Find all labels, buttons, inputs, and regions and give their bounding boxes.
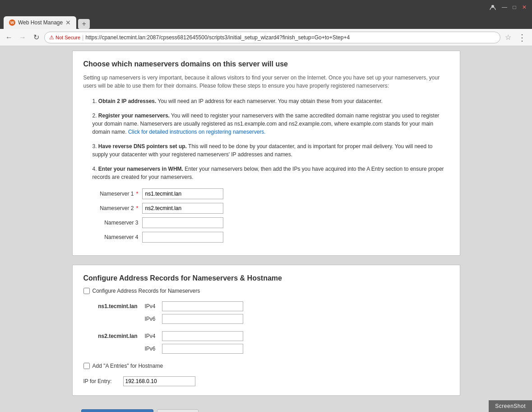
step-4-bold: Enter your nameservers in WHM.	[98, 166, 183, 172]
step-1-text: You will need an IP address for each nam…	[157, 98, 382, 104]
step-1: 1. Obtain 2 IP addresses. You will need …	[93, 97, 449, 105]
forward-button[interactable]: →	[17, 32, 28, 43]
ip-entry-input[interactable]	[123, 376, 195, 386]
nameserver-form: Nameserver 1 * Nameserver 2 * Nameserver…	[83, 188, 449, 243]
step-3: 3. Have reverse DNS pointers set up. Thi…	[93, 142, 449, 159]
watermark-text: ScreenShot	[495, 403, 526, 409]
ns3-label-text: Nameserver 3	[104, 220, 138, 226]
ns1-ipv6-input[interactable]	[162, 314, 243, 324]
ns1-input[interactable]	[142, 188, 223, 199]
reload-button[interactable]: ↻	[31, 32, 42, 43]
hostname-checkbox-label: Add "A Entries" for Hostname	[93, 363, 163, 369]
ns2-label: Nameserver 2 *	[83, 205, 142, 211]
configure-panel: Configure Address Records for Nameserver…	[72, 265, 460, 396]
active-tab[interactable]: W Web Host Manage ✕	[4, 16, 76, 29]
ns4-row: Nameserver 4	[83, 232, 449, 243]
ns1-ipv4-input[interactable]	[162, 301, 243, 311]
configure-ns-checkbox-row: Configure Address Records for Nameserver…	[83, 288, 449, 294]
security-label: Not Secure	[56, 35, 80, 40]
go-back-button[interactable]: Go Back	[157, 409, 199, 412]
step-3-number: 3.	[93, 143, 98, 150]
title-bar: — □ ✕	[0, 0, 532, 14]
restore-button[interactable]: □	[510, 3, 518, 11]
new-tab-button[interactable]: +	[78, 19, 90, 29]
tab-favicon: W	[9, 19, 15, 26]
tab-bar: W Web Host Manage ✕ +	[0, 14, 532, 29]
ns1-ipv4-row: IPv4	[145, 301, 243, 311]
step-3-bold: Have reverse DNS pointers set up.	[98, 143, 187, 150]
ns2-ipv6-input[interactable]	[162, 344, 243, 354]
ns1-required-star: *	[136, 191, 139, 197]
ns1-label-text: Nameserver 1	[100, 191, 134, 197]
main-container: Choose which nameservers domains on this…	[63, 51, 469, 412]
ns1-row: Nameserver 1 *	[83, 188, 449, 199]
ns2-ipv4-row: IPv4	[145, 331, 243, 341]
ns4-label: Nameserver 4	[83, 234, 142, 240]
step-2: 2. Register your nameservers. You will n…	[93, 112, 449, 136]
step-1-bold: Obtain 2 IP addresses.	[98, 98, 157, 104]
ns4-label-text: Nameserver 4	[104, 234, 138, 240]
url-full: https://cpanel.tecmint.lan:2087/cpsess68…	[85, 34, 350, 41]
profile-icon[interactable]	[489, 3, 497, 11]
ns2-label-text: Nameserver 2	[100, 205, 134, 211]
step-4-number: 4.	[93, 166, 98, 172]
ns2-required-star: *	[136, 205, 139, 211]
ip-entry-label: IP for Entry:	[83, 378, 120, 384]
ns2-ipv4-label: IPv4	[145, 333, 158, 339]
ns3-label: Nameserver 3	[83, 220, 142, 226]
step-4: 4. Enter your nameservers in WHM. Enter …	[93, 165, 449, 181]
ns1-ipv4-label: IPv4	[145, 303, 158, 309]
address-bar: ← → ↻ ⚠ Not Secure | https://cpanel.tecm…	[0, 29, 532, 46]
ns1-ip-fields: IPv4 IPv6	[145, 301, 243, 324]
url-text: https://cpanel.tecmint.lan:2087/cpsess68…	[85, 34, 350, 41]
ns2-row: Nameserver 2 *	[83, 203, 449, 214]
step-2-link[interactable]: Click for detailed instructions on regis…	[128, 129, 266, 135]
steps-list: 1. Obtain 2 IP addresses. You will need …	[83, 97, 449, 181]
minimize-button[interactable]: —	[500, 3, 509, 11]
hostname-section: Add "A Entries" for Hostname IP for Entr…	[83, 363, 449, 386]
hostname-checkbox[interactable]	[83, 363, 90, 369]
page-content: Choose which nameservers domains on this…	[0, 46, 532, 412]
tab-close-button[interactable]: ✕	[65, 19, 71, 26]
close-button[interactable]: ✕	[520, 3, 528, 11]
ns1-label: Nameserver 1 *	[83, 191, 142, 197]
ns1-ipv6-label: IPv6	[145, 316, 158, 322]
ns2-ipv6-row: IPv6	[145, 344, 243, 354]
browser-chrome: — □ ✕ W Web Host Manage ✕ +	[0, 0, 532, 29]
ns3-row: Nameserver 3	[83, 217, 449, 228]
window-controls: — □ ✕	[489, 3, 528, 11]
configure-ns-checkbox[interactable]	[83, 288, 90, 294]
step-1-number: 1.	[93, 98, 98, 104]
step-2-bold: Register your nameservers.	[98, 112, 170, 119]
ns2-input[interactable]	[142, 203, 223, 214]
warning-icon: ⚠	[49, 34, 54, 41]
ns2-address-name: ns2.tecmint.lan	[83, 331, 138, 339]
screenshot-watermark: ScreenShot	[489, 400, 532, 412]
configure-ns-checkbox-label: Configure Address Records for Nameserver…	[93, 288, 200, 294]
hostname-checkbox-row: Add "A Entries" for Hostname	[83, 363, 449, 369]
ns1-address-name: ns1.tecmint.lan	[83, 301, 138, 309]
ns2-ipv4-input[interactable]	[162, 331, 243, 341]
ns1-ipv6-row: IPv6	[145, 314, 243, 324]
bottom-buttons: Save & Go to Step 5 Go Back	[72, 405, 460, 412]
url-separator: |	[82, 34, 83, 41]
ns1-address-section: ns1.tecmint.lan IPv4 IPv6 ns2.	[83, 301, 449, 354]
nameservers-panel: Choose which nameservers domains on this…	[72, 51, 460, 256]
menu-button[interactable]: ⋮	[516, 32, 528, 43]
ip-entry-row: IP for Entry:	[83, 376, 449, 386]
ns4-input[interactable]	[142, 232, 223, 243]
back-button[interactable]: ←	[4, 32, 14, 43]
configure-panel-title: Configure Address Records for Nameserver…	[83, 274, 449, 282]
save-button[interactable]: Save & Go to Step 5	[81, 409, 154, 412]
ns1-address-row: ns1.tecmint.lan IPv4 IPv6	[83, 301, 449, 324]
ns2-ipv6-label: IPv6	[145, 346, 158, 352]
step-2-number: 2.	[93, 112, 98, 119]
ns3-input[interactable]	[142, 217, 223, 228]
tab-title-text: Web Host Manage	[18, 19, 63, 26]
security-warning: ⚠ Not Secure	[49, 34, 80, 41]
ns2-address-row: ns2.tecmint.lan IPv4 IPv6	[83, 331, 449, 354]
bookmark-button[interactable]: ☆	[503, 33, 513, 42]
nameservers-panel-title: Choose which nameservers domains on this…	[83, 60, 449, 68]
url-box[interactable]: ⚠ Not Secure | https://cpanel.tecmint.la…	[44, 32, 500, 43]
nameservers-panel-intro: Setting up nameservers is very important…	[83, 74, 449, 90]
